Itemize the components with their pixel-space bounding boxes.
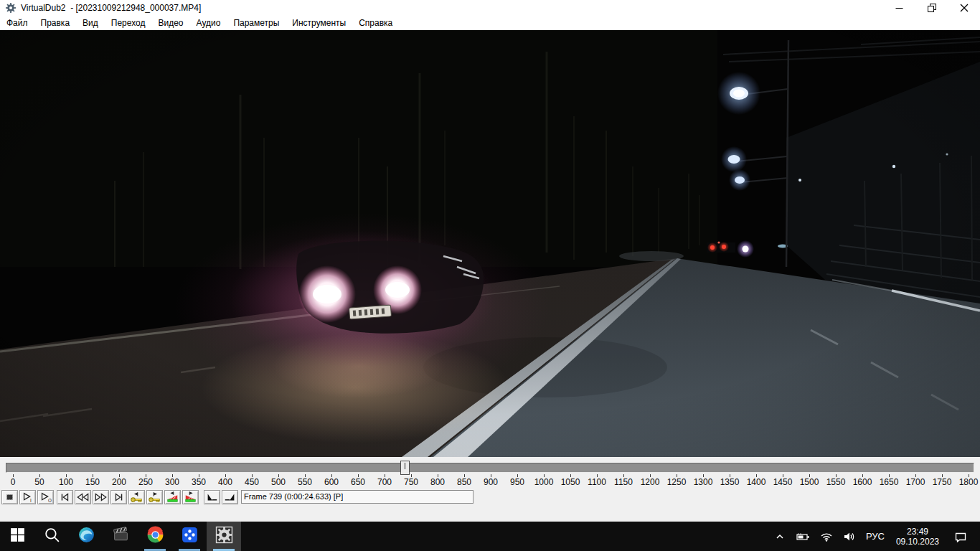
menu-item-help[interactable]: Справка — [352, 17, 399, 29]
menu-item-audio[interactable]: Аудио — [190, 17, 227, 29]
virtualdub-window: VirtualDub2 - [20231009212948_000037.MP4… — [0, 0, 980, 551]
tick-label: 250 — [138, 477, 153, 487]
tick-label: 1750 — [933, 477, 952, 487]
clock-date: 09.10.2023 — [896, 537, 939, 547]
prev-keyframe-button[interactable] — [128, 490, 145, 504]
frame-status: Frame 739 (0:00:24.633) [P] — [241, 490, 473, 504]
menu-item-file[interactable]: Файл — [0, 17, 34, 29]
next-keyframe-button[interactable] — [146, 490, 163, 504]
video-pane — [0, 30, 980, 457]
chrome-app[interactable] — [138, 522, 172, 551]
control-panel: 0501001502002503003504004505005506006507… — [0, 457, 980, 522]
search-button[interactable] — [34, 522, 69, 551]
volume-icon[interactable] — [838, 522, 861, 551]
tick-label: 1400 — [747, 477, 766, 487]
tick-label: 1300 — [694, 477, 713, 487]
tick-label: 600 — [324, 477, 339, 487]
minimize-icon — [895, 4, 903, 12]
edge-icon — [77, 526, 95, 547]
battery-charging-icon[interactable] — [791, 522, 815, 551]
tick-label: 100 — [59, 477, 73, 487]
close-button[interactable] — [948, 0, 980, 16]
wifi-icon[interactable] — [815, 522, 838, 551]
tick-label: 1150 — [614, 477, 633, 487]
tick-label: 1000 — [534, 477, 554, 487]
tick-label: 1100 — [588, 477, 606, 487]
play-input-button[interactable]: I — [19, 490, 36, 504]
tick-label: 400 — [218, 477, 232, 487]
tick-label: 1200 — [641, 477, 660, 487]
tick-label: 950 — [510, 477, 524, 487]
menu-item-go[interactable]: Переход — [105, 17, 152, 29]
tick-label: 300 — [165, 477, 179, 487]
tick-label: 550 — [298, 477, 312, 487]
last-frame-button[interactable] — [110, 490, 127, 504]
play-output-button[interactable]: O — [37, 490, 54, 504]
menu-bar: ФайлПравкаВидПереходВидеоАудиоПараметрыИ… — [0, 16, 980, 30]
window-title: VirtualDub2 - [20231009212948_000037.MP4… — [21, 3, 201, 13]
chrome-icon — [146, 526, 164, 547]
taskbar: РУС 23:49 09.10.2023 — [0, 522, 980, 551]
tick-label: 0 — [11, 477, 16, 487]
prev-frame-button[interactable] — [75, 490, 91, 504]
blue-dots-app[interactable] — [172, 522, 207, 551]
tick-label: 1550 — [826, 477, 846, 487]
svg-text:I: I — [30, 498, 32, 503]
clapperboard-icon — [112, 526, 130, 547]
search-icon — [43, 526, 61, 547]
prev-scene-button[interactable] — [164, 490, 181, 504]
start-button[interactable] — [0, 522, 34, 551]
tick-label: 200 — [112, 477, 126, 487]
media-app[interactable] — [103, 522, 138, 551]
tick-label: 1700 — [906, 477, 925, 487]
blue-dots-icon — [181, 526, 199, 547]
taskbar-apps — [0, 522, 241, 551]
tray-chevron-up-icon[interactable] — [769, 522, 791, 551]
tick-label: 450 — [245, 477, 259, 487]
seek-slider[interactable] — [400, 461, 410, 475]
tick-label: 350 — [192, 477, 206, 487]
tick-label: 1500 — [800, 477, 819, 487]
virtualdub-app[interactable] — [207, 522, 241, 551]
title-bar: VirtualDub2 - [20231009212948_000037.MP4… — [0, 0, 980, 16]
minimize-button[interactable] — [883, 0, 915, 16]
windows-logo-icon — [9, 526, 27, 547]
menu-item-tools[interactable]: Инструменты — [286, 17, 352, 29]
tick-label: 850 — [457, 477, 471, 487]
next-scene-button[interactable] — [182, 490, 199, 504]
mark-in-button[interactable] — [204, 490, 220, 504]
tick-label: 1450 — [773, 477, 793, 487]
first-frame-button[interactable] — [57, 490, 73, 504]
system-tray: РУС 23:49 09.10.2023 — [769, 522, 980, 551]
tick-label: 1050 — [561, 477, 580, 487]
tick-label: 50 — [34, 477, 44, 487]
clock-time: 23:49 — [896, 527, 939, 537]
menu-item-edit[interactable]: Правка — [34, 17, 77, 29]
seek-track[interactable] — [6, 463, 974, 473]
stop-button[interactable] — [1, 490, 18, 504]
menu-item-options[interactable]: Параметры — [227, 17, 286, 29]
menu-item-video[interactable]: Видео — [151, 17, 189, 29]
tick-label: 1350 — [720, 477, 740, 487]
menu-item-view[interactable]: Вид — [76, 17, 105, 29]
tick-label: 700 — [377, 477, 392, 487]
restore-button[interactable] — [915, 0, 948, 16]
restore-icon — [928, 4, 936, 12]
notification-center-icon[interactable] — [946, 522, 976, 551]
close-icon — [960, 4, 969, 12]
language-indicator[interactable]: РУС — [861, 522, 890, 551]
tick-label: 800 — [430, 477, 445, 487]
tick-label: 1650 — [880, 477, 899, 487]
virtualdub-gear-icon — [5, 2, 17, 14]
tick-label: 750 — [404, 477, 418, 487]
clock[interactable]: 23:49 09.10.2023 — [890, 527, 946, 547]
tick-label: 150 — [85, 477, 100, 487]
next-frame-button[interactable] — [93, 490, 109, 504]
edge-app[interactable] — [69, 522, 103, 551]
tick-label: 1250 — [667, 477, 687, 487]
tick-label: 1600 — [853, 477, 872, 487]
tick-label: 650 — [351, 477, 365, 487]
tick-label: 900 — [484, 477, 498, 487]
gear-icon — [215, 526, 233, 547]
mark-out-button[interactable] — [222, 490, 238, 504]
